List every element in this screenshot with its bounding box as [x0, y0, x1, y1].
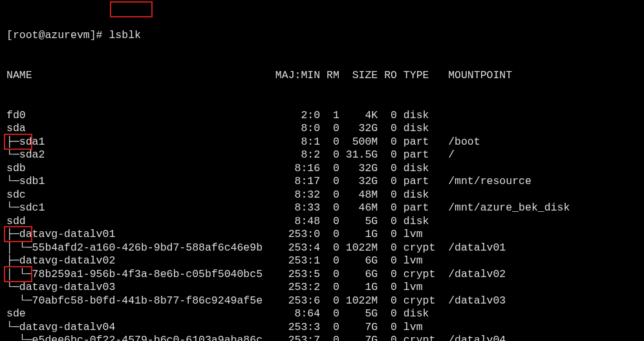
device-row: └─sdc18:33046M0part/mnt/azure_bek_disk: [6, 202, 644, 215]
device-name: sdd: [6, 215, 275, 229]
device-row: └─datavg-datalv03253:201G0lvm: [6, 281, 644, 294]
device-rm: 0: [320, 189, 339, 202]
device-size: 1022M: [339, 294, 378, 308]
device-type: lvm: [397, 228, 442, 242]
device-type: lvm: [397, 321, 442, 335]
device-ro: 0: [378, 202, 397, 215]
device-ro: 0: [378, 268, 397, 282]
device-majmin: 8:17: [275, 175, 320, 189]
device-rm: 0: [320, 228, 339, 242]
hdr-majmin: MAJ:MIN: [275, 69, 320, 83]
device-name: └─sdc1: [6, 202, 275, 215]
device-name: │ └─55b4afd2-a160-426b-9bd7-588af6c46e9b: [6, 242, 275, 255]
device-rm: 0: [320, 215, 339, 229]
device-rm: 1: [320, 109, 339, 123]
device-name: sdb: [6, 162, 275, 176]
device-size: 46M: [339, 202, 378, 215]
device-name: sdc: [6, 189, 275, 202]
device-rm: 0: [320, 254, 339, 268]
device-majmin: 253:4: [275, 242, 320, 255]
device-type: crypt: [397, 242, 442, 255]
device-majmin: 8:48: [275, 215, 320, 229]
device-ro: 0: [378, 307, 397, 321]
device-ro: 0: [378, 242, 397, 255]
device-row: └─datavg-datalv04253:307G0lvm: [6, 321, 644, 335]
device-row: └─70abfc58-b0fd-441b-8b77-f86c9249af5e25…: [6, 294, 644, 308]
device-size: 7G: [339, 334, 378, 341]
device-ro: 0: [378, 175, 397, 189]
device-name: └─e5dee6bc-0f22-4579-b6c0-6103a9aba86c: [6, 334, 275, 341]
shell-command[interactable]: lsblk: [109, 29, 141, 41]
device-mountpoint: /boot: [442, 136, 480, 149]
device-type: disk: [397, 189, 442, 202]
device-majmin: 253:1: [275, 254, 320, 268]
device-ro: 0: [378, 162, 397, 176]
device-name: └─datavg-datalv03: [6, 281, 275, 294]
device-row: sde8:6405G0disk: [6, 307, 644, 321]
device-rm: 0: [320, 307, 339, 321]
device-size: 6G: [339, 254, 378, 268]
device-mountpoint: /datalv04: [442, 334, 506, 341]
device-size: 1G: [339, 228, 378, 242]
device-type: disk: [397, 307, 442, 321]
device-row: sdc8:32048M0disk: [6, 189, 644, 202]
prompt-line: [root@azurevm]# lsblk: [6, 29, 644, 43]
device-size: 48M: [339, 189, 378, 202]
device-majmin: 253:3: [275, 321, 320, 335]
device-name: │ └─78b259a1-956b-4f3a-8e6b-c05bf5040bc5: [6, 268, 275, 282]
device-type: crypt: [397, 294, 442, 308]
device-name: └─datavg-datalv04: [6, 321, 275, 335]
device-mountpoint: /mnt/azure_bek_disk: [442, 202, 570, 215]
hdr-size: SIZE: [339, 69, 378, 83]
device-size: 5G: [339, 307, 378, 321]
device-type: disk: [397, 109, 442, 123]
device-size: 7G: [339, 321, 378, 335]
device-row: sda8:0032G0disk: [6, 122, 644, 136]
device-row: ├─sda18:10500M0part/boot: [6, 136, 644, 149]
header-row: NAMEMAJ:MINRMSIZEROTYPEMOUNTPOINT: [6, 69, 644, 83]
device-size: 32G: [339, 162, 378, 176]
device-majmin: 8:64: [275, 307, 320, 321]
device-majmin: 8:0: [275, 122, 320, 136]
device-name: sda: [6, 122, 275, 136]
hdr-mountpoint: MOUNTPOINT: [442, 69, 512, 83]
device-ro: 0: [378, 149, 397, 162]
device-name: ├─sda1: [6, 136, 275, 149]
device-majmin: 8:1: [275, 136, 320, 149]
device-majmin: 253:0: [275, 228, 320, 242]
device-rm: 0: [320, 162, 339, 176]
device-majmin: 8:16: [275, 162, 320, 176]
device-size: 4K: [339, 109, 378, 123]
device-row: │ └─55b4afd2-a160-426b-9bd7-588af6c46e9b…: [6, 242, 644, 255]
rows-container: fd02:014K0disksda8:0032G0disk├─sda18:105…: [6, 109, 644, 341]
device-mountpoint: /datalv02: [442, 268, 506, 282]
device-name: ├─datavg-datalv01: [6, 228, 275, 242]
device-majmin: 8:2: [275, 149, 320, 162]
device-row: └─sdb18:17032G0part/mnt/resource: [6, 175, 644, 189]
device-type: part: [397, 149, 442, 162]
device-rm: 0: [320, 281, 339, 294]
device-name: └─sda2: [6, 149, 275, 162]
device-ro: 0: [378, 136, 397, 149]
device-mountpoint: /datalv01: [442, 242, 506, 255]
device-rm: 0: [320, 242, 339, 255]
device-rm: 0: [320, 136, 339, 149]
device-rm: 0: [320, 149, 339, 162]
device-majmin: 253:2: [275, 281, 320, 294]
device-type: disk: [397, 122, 442, 136]
terminal-output: [root@azurevm]# lsblk NAMEMAJ:MINRMSIZER…: [0, 0, 644, 341]
device-row: │ └─78b259a1-956b-4f3a-8e6b-c05bf5040bc5…: [6, 268, 644, 282]
device-majmin: 8:33: [275, 202, 320, 215]
terminal-wrapper: [root@azurevm]# lsblk NAMEMAJ:MINRMSIZER…: [0, 0, 644, 341]
device-type: lvm: [397, 254, 442, 268]
device-name: ├─datavg-datalv02: [6, 254, 275, 268]
device-type: crypt: [397, 334, 442, 341]
device-rm: 0: [320, 175, 339, 189]
device-ro: 0: [378, 254, 397, 268]
device-ro: 0: [378, 122, 397, 136]
device-majmin: 2:0: [275, 109, 320, 123]
device-ro: 0: [378, 228, 397, 242]
device-type: lvm: [397, 281, 442, 294]
shell-prompt: [root@azurevm]#: [6, 29, 109, 41]
device-rm: 0: [320, 321, 339, 335]
